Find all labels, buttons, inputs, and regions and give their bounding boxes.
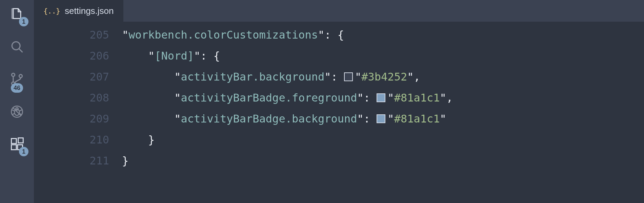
svg-line-11 bbox=[12, 114, 14, 115]
line-number: 210 bbox=[34, 129, 109, 150]
editor-group: {..} settings.json 205206207208209210211… bbox=[34, 0, 644, 203]
explorer-badge: 1 bbox=[19, 17, 28, 26]
svg-rect-13 bbox=[12, 139, 17, 144]
color-swatch bbox=[377, 93, 385, 102]
svg-point-2 bbox=[12, 73, 15, 76]
source-control-button[interactable]: 46 bbox=[7, 70, 26, 89]
activity-bar: 1 46 bbox=[0, 0, 34, 203]
explorer-button[interactable]: 1 bbox=[7, 5, 26, 24]
search-icon bbox=[9, 39, 24, 55]
tab-settings-json[interactable]: {..} settings.json bbox=[34, 0, 123, 22]
svg-point-4 bbox=[19, 74, 22, 77]
json-file-icon: {..} bbox=[43, 7, 60, 15]
svg-point-0 bbox=[12, 42, 20, 50]
line-number: 205 bbox=[34, 24, 109, 45]
line-number: 209 bbox=[34, 108, 109, 129]
code-line: } bbox=[122, 150, 644, 171]
svg-rect-14 bbox=[12, 145, 17, 150]
debug-button[interactable] bbox=[7, 103, 26, 122]
bug-disabled-icon bbox=[9, 104, 24, 120]
tab-label: settings.json bbox=[65, 6, 114, 16]
editor[interactable]: 205206207208209210211 "workbench.colorCu… bbox=[34, 22, 644, 203]
svg-line-9 bbox=[12, 110, 14, 111]
code-area[interactable]: "workbench.colorCustomizations": { "[Nor… bbox=[122, 24, 644, 203]
svg-line-10 bbox=[19, 110, 22, 111]
code-line: } bbox=[122, 129, 644, 150]
scm-badge: 46 bbox=[11, 83, 23, 93]
extensions-badge: 1 bbox=[19, 147, 28, 156]
line-number-gutter: 205206207208209210211 bbox=[34, 24, 122, 203]
svg-line-1 bbox=[19, 49, 22, 52]
line-number: 208 bbox=[34, 87, 109, 108]
code-line: "activityBar.background": "#3b4252", bbox=[122, 66, 644, 87]
color-swatch bbox=[344, 72, 353, 81]
svg-rect-16 bbox=[18, 138, 23, 143]
line-number: 206 bbox=[34, 45, 109, 66]
search-button[interactable] bbox=[7, 38, 26, 57]
code-line: "activityBarBadge.background": "#81a1c1" bbox=[122, 108, 644, 129]
line-number: 211 bbox=[34, 150, 109, 171]
code-line: "activityBarBadge.foreground": "#81a1c1"… bbox=[122, 87, 644, 108]
line-number: 207 bbox=[34, 66, 109, 87]
extensions-button[interactable]: 1 bbox=[7, 135, 26, 154]
color-swatch bbox=[377, 114, 385, 123]
svg-line-8 bbox=[13, 107, 21, 116]
code-line: "[Nord]": { bbox=[122, 45, 644, 66]
tab-strip: {..} settings.json bbox=[34, 0, 644, 22]
code-line: "workbench.colorCustomizations": { bbox=[122, 24, 644, 45]
